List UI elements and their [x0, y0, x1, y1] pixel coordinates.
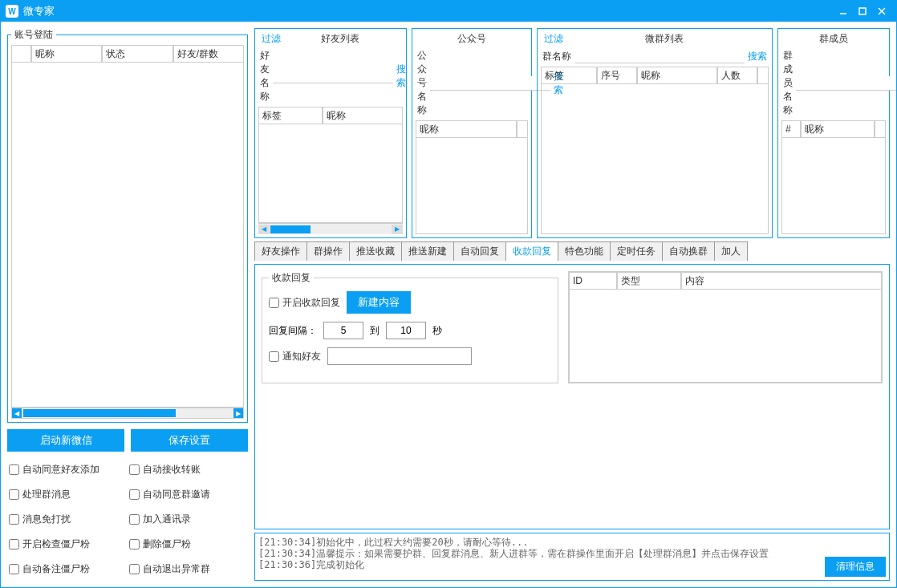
tab-friend-ops[interactable]: 好友操作 — [254, 241, 307, 261]
friends-search-label: 好友名称 — [260, 49, 270, 103]
chk-auto-accept-friend[interactable]: 自动同意好友添加 — [9, 463, 126, 476]
pay-table-body[interactable] — [569, 290, 882, 383]
friends-title: 好友列表 — [281, 32, 400, 46]
chk-notify-friend[interactable]: 通知好友 — [269, 350, 321, 363]
groups-search-button[interactable]: 搜索 — [748, 50, 767, 63]
login-col-nick: 昵称 — [31, 45, 102, 63]
tab-auto-switch[interactable]: 自动换群 — [662, 241, 715, 261]
log-text: [21:30:34]初始化中，此过程大约需要20秒，请耐心等待... [21:3… — [258, 537, 818, 577]
interval-to-label: 到 — [370, 324, 380, 338]
groups-search-input[interactable] — [574, 49, 745, 63]
chk-check-zombie[interactable]: 开启检查僵尸粉 — [9, 537, 126, 551]
login-grid-body[interactable] — [11, 63, 244, 408]
pay-col-id: ID — [569, 272, 617, 290]
friends-grid-body[interactable] — [258, 124, 403, 223]
tab-pay-reply[interactable]: 收款回复 — [505, 241, 558, 261]
tab-add-people[interactable]: 加人 — [714, 241, 748, 261]
groups-search-label: 群名称 — [542, 50, 571, 63]
members-grid-body[interactable] — [781, 138, 886, 234]
scroll-thumb[interactable] — [270, 225, 310, 233]
official-title: 公众号 — [419, 32, 525, 46]
tab-auto-reply[interactable]: 自动回复 — [453, 241, 506, 261]
minimize-button[interactable] — [834, 3, 853, 19]
members-col-hash: # — [781, 120, 801, 138]
groups-col-count: 人数 — [717, 67, 757, 84]
chk-add-to-contacts[interactable]: 加入通讯录 — [129, 513, 246, 526]
scroll-left-icon[interactable]: ◀ — [12, 408, 22, 418]
official-grid-body[interactable] — [416, 138, 528, 234]
groups-grid-body[interactable] — [541, 84, 769, 234]
members-col-nick: 昵称 — [801, 120, 875, 138]
tab-push-fav[interactable]: 推送收藏 — [349, 241, 402, 261]
app-logo: W — [6, 5, 18, 18]
pay-reply-fieldset: 收款回复 开启收款回复 新建内容 回复间隔： 到 秒 通知好友 — [262, 271, 558, 383]
tab-special[interactable]: 特色功能 — [558, 241, 611, 261]
official-col-nick: 昵称 — [416, 120, 517, 138]
svg-rect-1 — [859, 8, 866, 14]
interval-seconds: 秒 — [432, 324, 442, 338]
tab-group-ops[interactable]: 群操作 — [306, 241, 350, 261]
groups-filter-link[interactable]: 过滤 — [544, 32, 563, 46]
groups-col-nick: 昵称 — [637, 67, 717, 84]
chk-handle-group-msg[interactable]: 处理群消息 — [9, 488, 126, 501]
titlebar: W 微专家 — [1, 1, 896, 22]
groups-col-seq: 序号 — [597, 67, 637, 84]
friends-col-nick: 昵称 — [323, 107, 403, 124]
groups-title: 微群列表 — [563, 32, 765, 46]
clear-log-button[interactable]: 清理信息 — [825, 557, 886, 577]
tab-content: 收款回复 开启收款回复 新建内容 回复间隔： 到 秒 通知好友 — [254, 264, 890, 529]
interval-from-input[interactable] — [323, 322, 363, 339]
official-search-label: 公众号名称 — [417, 49, 427, 117]
chk-auto-leave-abnormal[interactable]: 自动退出异常群 — [129, 562, 246, 576]
interval-label: 回复间隔： — [269, 324, 317, 338]
maximize-button[interactable] — [853, 3, 872, 19]
chk-auto-accept-transfer[interactable]: 自动接收转账 — [129, 463, 246, 476]
chk-auto-accept-group-invite[interactable]: 自动同意群邀请 — [129, 488, 246, 501]
login-col-status: 状态 — [102, 45, 172, 63]
tab-timed[interactable]: 定时任务 — [610, 241, 663, 261]
login-legend: 账号登陆 — [11, 28, 56, 42]
official-col-blank — [517, 120, 528, 138]
svg-line-3 — [879, 8, 885, 14]
options-checks: 自动同意好友添加 自动接收转账 处理群消息 自动同意群邀请 消息免打扰 加入通讯… — [7, 458, 248, 581]
members-search-label: 群成员名称 — [783, 49, 793, 117]
members-col-blank — [875, 120, 886, 138]
new-content-button[interactable]: 新建内容 — [347, 291, 411, 314]
app-title: 微专家 — [23, 4, 834, 18]
log-panel: [21:30:34]初始化中，此过程大约需要20秒，请耐心等待... [21:3… — [254, 533, 890, 581]
official-search-input[interactable] — [430, 76, 550, 91]
groups-col-blank — [757, 67, 769, 84]
login-col-blank — [11, 45, 31, 63]
pay-col-content: 内容 — [681, 272, 882, 290]
pay-legend: 收款回复 — [269, 271, 314, 285]
tab-push-new[interactable]: 推送新建 — [401, 241, 454, 261]
login-col-friends: 好友/群数 — [173, 45, 244, 63]
groups-col-tag: 标签 — [541, 67, 597, 84]
notify-friend-input[interactable] — [327, 347, 472, 365]
interval-to-input[interactable] — [386, 322, 426, 339]
close-button[interactable] — [872, 3, 891, 19]
friends-col-tag: 标签 — [258, 107, 323, 124]
friends-search-input[interactable] — [273, 69, 393, 83]
members-search-input[interactable] — [796, 76, 897, 91]
scroll-thumb[interactable] — [23, 409, 176, 417]
chk-enable-pay-reply[interactable]: 开启收款回复 — [269, 296, 340, 310]
chk-remove-zombie[interactable]: 删除僵尸粉 — [129, 537, 246, 551]
friends-search-button[interactable]: 搜索 — [396, 63, 406, 90]
scroll-right-icon[interactable]: ▶ — [392, 225, 403, 234]
chk-auto-note-zombie[interactable]: 自动备注僵尸粉 — [9, 562, 126, 576]
friends-hscroll[interactable]: ◀ ▶ — [258, 223, 403, 234]
svg-line-2 — [879, 8, 885, 14]
pay-content-table: ID 类型 内容 — [568, 271, 883, 383]
start-wechat-button[interactable]: 启动新微信 — [7, 429, 124, 452]
scroll-left-icon[interactable]: ◀ — [258, 225, 270, 234]
login-fieldset: 账号登陆 昵称 状态 好友/群数 ◀ ▶ — [7, 28, 248, 423]
pay-col-type: 类型 — [617, 272, 681, 290]
friends-filter-link[interactable]: 过滤 — [262, 32, 281, 46]
tab-bar: 好友操作 群操作 推送收藏 推送新建 自动回复 收款回复 特色功能 定时任务 自… — [254, 241, 890, 261]
save-settings-button[interactable]: 保存设置 — [131, 429, 248, 452]
members-title: 群成员 — [785, 32, 883, 46]
login-hscroll[interactable]: ◀ ▶ — [11, 408, 244, 419]
chk-dnd[interactable]: 消息免打扰 — [9, 513, 126, 526]
scroll-right-icon[interactable]: ▶ — [233, 408, 243, 418]
